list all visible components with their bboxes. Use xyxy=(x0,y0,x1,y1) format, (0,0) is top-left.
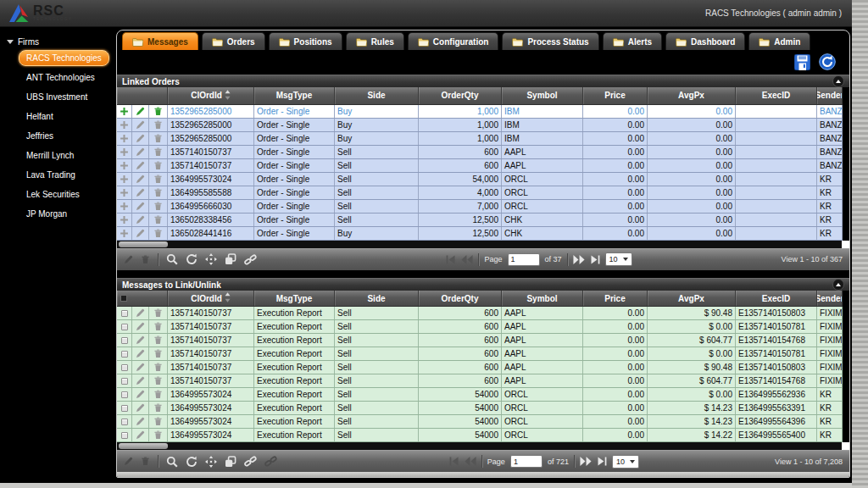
first-page-icon[interactable] xyxy=(449,457,459,466)
tab-positions[interactable]: Positions xyxy=(269,32,342,50)
edit-row-icon[interactable] xyxy=(132,105,149,118)
delete-row-icon[interactable] xyxy=(149,173,168,186)
sort-icon[interactable] xyxy=(225,292,231,304)
delete-row-icon[interactable] xyxy=(149,105,168,118)
select-all-checkbox[interactable] xyxy=(120,295,127,302)
edit-row-icon[interactable] xyxy=(132,307,149,319)
sort-icon[interactable] xyxy=(225,90,231,102)
add-row-icon[interactable] xyxy=(117,214,132,226)
link-icon[interactable] xyxy=(244,254,257,265)
next-page-icon[interactable] xyxy=(580,457,592,466)
sidebar-firm-item[interactable]: Lava Trading xyxy=(19,167,83,183)
sidebar-firm-item[interactable]: JP Morgan xyxy=(19,206,75,222)
edit-row-icon[interactable] xyxy=(132,214,149,226)
edit-row-icon[interactable] xyxy=(132,119,149,131)
edit-row-icon[interactable] xyxy=(132,146,149,158)
delete-row-icon[interactable] xyxy=(149,402,168,414)
sidebar-firm-item[interactable]: ANT Technologies xyxy=(19,69,103,86)
edit-icon[interactable] xyxy=(124,457,133,466)
column-header-orderqty[interactable]: OrderQty xyxy=(419,87,502,104)
column-header-symbol[interactable]: Symbol xyxy=(502,87,583,104)
edit-row-icon[interactable] xyxy=(132,159,149,172)
edit-row-icon[interactable] xyxy=(132,361,149,374)
row-checkbox[interactable] xyxy=(117,334,132,347)
table-row[interactable]: 1365028441416Order - SingleBuy12,500CHK0… xyxy=(117,227,843,241)
table-row[interactable]: 1364995573024Execution ReportSell54000OR… xyxy=(117,429,843,442)
tab-dashboard[interactable]: Dashboard xyxy=(665,32,745,50)
delete-row-icon[interactable] xyxy=(149,307,168,319)
scrollbar-thumb[interactable] xyxy=(119,443,168,449)
page-size-select[interactable]: 10 xyxy=(605,252,632,266)
table-row[interactable]: 1352965285000Order - SingleBuy1,000IBM0.… xyxy=(117,132,843,146)
edit-row-icon[interactable] xyxy=(132,347,149,360)
table-row[interactable]: 1357140150737Execution ReportSell600AAPL… xyxy=(117,320,843,334)
tab-messages[interactable]: Messages xyxy=(122,32,198,50)
sidebar-firm-item[interactable]: Lek Securities xyxy=(19,186,87,202)
delete-icon[interactable] xyxy=(141,255,150,264)
scrollbar-thumb[interactable] xyxy=(119,241,168,247)
add-row-icon[interactable] xyxy=(117,159,132,172)
edit-row-icon[interactable] xyxy=(132,388,149,401)
edit-row-icon[interactable] xyxy=(132,402,149,414)
duplicate-icon[interactable] xyxy=(225,253,236,265)
firms-tree-root[interactable]: Firms xyxy=(0,27,114,50)
page-number-input[interactable] xyxy=(508,253,540,266)
add-row-icon[interactable] xyxy=(117,146,132,158)
row-checkbox[interactable] xyxy=(117,415,132,428)
page-size-select[interactable]: 10 xyxy=(612,455,639,469)
add-row-icon[interactable] xyxy=(117,173,132,186)
link-icon[interactable] xyxy=(244,456,257,467)
table-row[interactable]: 1364995585588Order - SingleSell4,000ORCL… xyxy=(117,186,843,200)
refresh-icon[interactable] xyxy=(186,456,198,468)
table-row[interactable]: 1364995573024Execution ReportSell54000OR… xyxy=(117,415,843,429)
column-header-orderqty[interactable]: OrderQty xyxy=(419,291,502,306)
unlink-icon[interactable] xyxy=(264,456,277,467)
tab-orders[interactable]: Orders xyxy=(202,32,265,50)
row-checkbox[interactable] xyxy=(117,429,132,441)
delete-row-icon[interactable] xyxy=(149,347,168,360)
column-header-side[interactable]: Side xyxy=(335,291,419,306)
table-row[interactable]: 1357140150737Execution ReportSell600AAPL… xyxy=(117,347,843,361)
column-header-sender[interactable]: Sender xyxy=(817,291,843,306)
move-icon[interactable] xyxy=(205,456,217,468)
move-icon[interactable] xyxy=(205,253,217,265)
sidebar-firm-item[interactable]: Merrill Lynch xyxy=(19,147,81,164)
table-row[interactable]: 1364995666030Order - SingleSell7,000ORCL… xyxy=(117,200,843,214)
row-checkbox[interactable] xyxy=(117,307,132,319)
table-row[interactable]: 1357140150737Order - SingleSell600AAPL0.… xyxy=(117,146,843,159)
prev-page-icon[interactable] xyxy=(465,457,476,466)
row-checkbox[interactable] xyxy=(117,388,132,401)
add-row-icon[interactable] xyxy=(117,200,132,213)
column-header-price[interactable]: Price xyxy=(583,291,648,306)
table-row[interactable]: 1364995573024Execution ReportSell54000OR… xyxy=(117,388,843,402)
table-row[interactable]: 1352965285000Order - SingleBuy1,000IBM0.… xyxy=(117,105,843,119)
column-header-clordid[interactable]: ClOrdId xyxy=(168,87,254,104)
refresh-icon[interactable] xyxy=(186,253,198,265)
table-row[interactable]: 1364995573024Order - SingleSell54,000ORC… xyxy=(117,173,843,186)
edit-row-icon[interactable] xyxy=(132,429,149,441)
delete-row-icon[interactable] xyxy=(149,361,168,374)
delete-row-icon[interactable] xyxy=(149,146,168,158)
save-icon[interactable] xyxy=(794,54,810,70)
delete-row-icon[interactable] xyxy=(149,415,168,428)
delete-row-icon[interactable] xyxy=(149,159,168,172)
row-checkbox[interactable] xyxy=(117,374,132,387)
tab-rules[interactable]: Rules xyxy=(346,32,404,50)
row-checkbox[interactable] xyxy=(117,347,132,360)
delete-row-icon[interactable] xyxy=(149,186,168,199)
collapse-panel-button[interactable] xyxy=(832,279,844,291)
column-header-msgtype[interactable]: MsgType xyxy=(254,87,335,104)
refresh-icon[interactable] xyxy=(819,53,836,70)
edit-row-icon[interactable] xyxy=(132,173,149,186)
column-header-avgpx[interactable]: AvgPx xyxy=(648,87,736,104)
edit-row-icon[interactable] xyxy=(132,200,149,213)
column-header-side[interactable]: Side xyxy=(335,87,419,104)
horizontal-scrollbar[interactable] xyxy=(117,241,849,248)
column-header-sender[interactable]: Sender xyxy=(817,87,843,104)
delete-row-icon[interactable] xyxy=(149,320,168,333)
edit-icon[interactable] xyxy=(124,255,133,264)
tab-alerts[interactable]: Alerts xyxy=(603,32,662,50)
column-header-msgtype[interactable]: MsgType xyxy=(254,291,335,306)
delete-row-icon[interactable] xyxy=(149,334,168,347)
edit-row-icon[interactable] xyxy=(132,374,149,387)
